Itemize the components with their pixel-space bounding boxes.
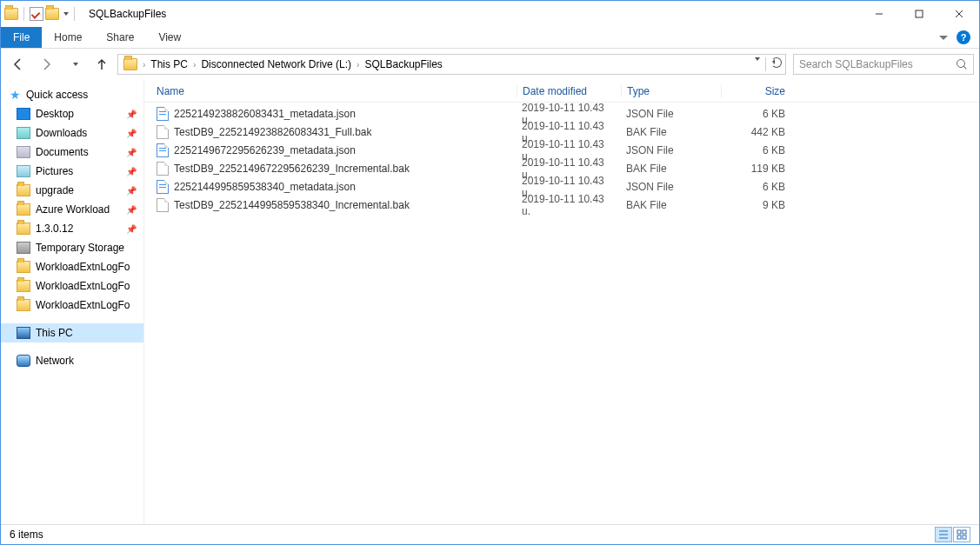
address-bar[interactable]: › This PC › Disconnected Network Drive (… xyxy=(117,54,786,75)
sidebar-item[interactable]: WorkloadExtnLogFo xyxy=(1,257,143,276)
sidebar-item[interactable]: Azure Workload📌 xyxy=(1,200,143,219)
svg-rect-1 xyxy=(916,10,923,17)
chevron-right-icon[interactable]: › xyxy=(193,60,196,70)
pin-icon: 📌 xyxy=(126,110,137,119)
sidebar-item[interactable]: Desktop📌 xyxy=(1,104,143,123)
ribbon-help-area: ? xyxy=(930,27,979,48)
quick-access-header[interactable]: ★ Quick access xyxy=(1,85,143,104)
recent-dropdown[interactable] xyxy=(62,52,86,76)
column-type[interactable]: Type xyxy=(621,85,721,97)
file-size: 6 KB xyxy=(721,108,790,120)
pc-icon xyxy=(17,327,30,339)
qat-dropdown-icon[interactable] xyxy=(63,12,69,16)
details-view-button[interactable] xyxy=(935,527,952,542)
file-size: 442 KB xyxy=(721,126,790,138)
pin-icon: 📌 xyxy=(126,148,137,157)
close-button[interactable] xyxy=(939,1,979,27)
back-button[interactable] xyxy=(6,52,30,76)
search-box[interactable] xyxy=(793,54,974,75)
breadcrumb-item[interactable]: Disconnected Network Drive (L:) xyxy=(197,58,355,70)
sidebar-item[interactable]: WorkloadExtnLogFo xyxy=(1,296,143,315)
sidebar-item-label: WorkloadExtnLogFo xyxy=(36,299,130,311)
sidebar-item[interactable]: 1.3.0.12📌 xyxy=(1,219,143,238)
ribbon-collapse-icon[interactable] xyxy=(939,36,948,40)
sidebar-item-label: Azure Workload xyxy=(36,203,110,216)
tab-view[interactable]: View xyxy=(146,27,193,48)
bak-file-icon xyxy=(157,198,169,212)
file-date: 2019-10-11 10.43 u. xyxy=(517,193,621,217)
sidebar-item[interactable]: Temporary Storage xyxy=(1,238,143,257)
sidebar-item-network[interactable]: Network xyxy=(1,351,143,370)
json-file-icon xyxy=(157,143,169,157)
help-icon[interactable]: ? xyxy=(957,30,970,44)
thumbnails-view-button[interactable] xyxy=(953,527,970,542)
location-folder-icon xyxy=(123,58,137,70)
network-icon xyxy=(17,355,30,367)
window-title: SQLBackupFiles xyxy=(89,8,166,20)
breadcrumb-label: Disconnected Network Drive (L:) xyxy=(201,58,351,70)
svg-rect-7 xyxy=(957,530,961,534)
address-history-dropdown[interactable] xyxy=(755,57,760,61)
sidebar-item-this-pc[interactable]: This PC xyxy=(1,323,143,342)
tab-home[interactable]: Home xyxy=(42,27,94,48)
breadcrumb-item[interactable]: This PC xyxy=(147,58,191,70)
sidebar-item-label: upgrade xyxy=(36,184,74,196)
folder-icon xyxy=(17,223,30,235)
pin-icon: 📌 xyxy=(126,186,137,196)
bak-file-icon xyxy=(157,162,169,176)
refresh-icon[interactable] xyxy=(771,57,782,68)
ribbon-tabs: File Home Share View ? xyxy=(1,27,979,49)
search-icon[interactable] xyxy=(956,58,968,70)
chevron-right-icon[interactable]: › xyxy=(143,60,145,70)
file-name: 2252149672295626239_metadata.json xyxy=(174,144,356,156)
this-pc-label: This PC xyxy=(36,327,73,339)
bak-file-icon xyxy=(157,125,169,139)
forward-button[interactable] xyxy=(34,52,58,76)
svg-rect-8 xyxy=(963,530,966,534)
search-input[interactable] xyxy=(799,58,956,70)
content-area: ★ Quick access Desktop📌Downloads📌Documen… xyxy=(1,80,979,524)
sidebar-item[interactable]: Documents📌 xyxy=(1,143,143,162)
breadcrumb-label: This PC xyxy=(150,58,188,70)
column-name[interactable]: Name xyxy=(151,85,517,97)
tab-share[interactable]: Share xyxy=(94,27,146,48)
separator xyxy=(765,57,766,71)
tab-file[interactable]: File xyxy=(1,27,42,48)
sidebar-item[interactable]: WorkloadExtnLogFo xyxy=(1,276,143,296)
file-type: JSON File xyxy=(621,108,721,120)
chevron-right-icon[interactable]: › xyxy=(357,60,359,70)
up-button[interactable] xyxy=(90,52,114,76)
sidebar-item[interactable]: Downloads📌 xyxy=(1,123,143,143)
sidebar-item[interactable]: Pictures📌 xyxy=(1,162,143,181)
this-pc-group: This PC xyxy=(1,323,143,342)
column-date[interactable]: Date modified xyxy=(517,85,621,97)
breadcrumb-item[interactable]: SQLBackupFiles xyxy=(361,58,445,70)
disk-icon xyxy=(17,242,30,254)
sidebar-item-label: Documents xyxy=(36,146,89,158)
sidebar-item[interactable]: upgrade📌 xyxy=(1,181,143,200)
minimize-button[interactable] xyxy=(859,1,899,27)
json-file-icon xyxy=(157,180,169,194)
column-size[interactable]: Size xyxy=(721,85,790,97)
folder-icon xyxy=(17,280,30,292)
pin-icon: 📌 xyxy=(126,205,137,215)
address-controls xyxy=(750,57,783,71)
file-list: Name Date modified Type Size 22521492388… xyxy=(144,80,979,524)
sidebar-item-label: WorkloadExtnLogFo xyxy=(36,280,130,292)
file-size: 119 KB xyxy=(721,163,790,175)
sidebar-item-label: Desktop xyxy=(36,108,74,120)
quick-access-label: Quick access xyxy=(26,89,88,101)
svg-rect-9 xyxy=(957,535,961,539)
file-rows[interactable]: 2252149238826083431_metadata.json2019-10… xyxy=(144,103,979,524)
file-size: 9 KB xyxy=(721,199,790,211)
quick-access-group: ★ Quick access Desktop📌Downloads📌Documen… xyxy=(1,85,143,315)
desktop-icon xyxy=(17,108,30,120)
separator xyxy=(74,7,75,21)
title-bar: SQLBackupFiles xyxy=(1,1,979,27)
properties-icon[interactable] xyxy=(30,7,43,21)
file-row[interactable]: TestDB9_2252144995859538340_Incremental.… xyxy=(151,196,972,214)
new-folder-icon[interactable] xyxy=(45,8,59,20)
item-count: 6 items xyxy=(10,528,43,541)
maximize-button[interactable] xyxy=(899,1,939,27)
file-name: 2252149238826083431_metadata.json xyxy=(174,108,356,120)
